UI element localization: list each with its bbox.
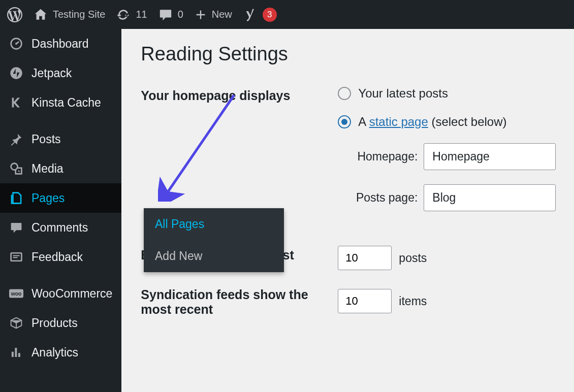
postspage-select-label: Posts page:	[349, 191, 418, 205]
site-name-link[interactable]: Testing Site	[34, 8, 105, 22]
wp-logo[interactable]	[7, 7, 22, 22]
svg-point-1	[15, 43, 17, 45]
radio-latest-posts[interactable]	[338, 87, 351, 100]
new-label: New	[212, 9, 232, 20]
svg-point-2	[10, 67, 22, 79]
sidebar-item-media[interactable]: Media	[0, 154, 121, 183]
analytics-icon	[9, 345, 23, 360]
comment-icon	[158, 8, 173, 22]
comments-link[interactable]: 0	[158, 8, 183, 22]
page-title: Reading Settings	[141, 43, 556, 65]
radio-static-page[interactable]	[338, 115, 351, 128]
sidebar-item-woocommerce[interactable]: woo WooCommerce	[0, 279, 121, 308]
postspage-select[interactable]: Blog	[424, 184, 556, 211]
updates-count: 11	[136, 9, 147, 20]
homepage-select[interactable]: Homepage	[424, 143, 556, 170]
woo-icon: woo	[9, 286, 23, 301]
svg-point-3	[11, 164, 18, 170]
sidebar-item-posts[interactable]: Posts	[0, 124, 121, 154]
blog-pages-unit: posts	[399, 251, 427, 265]
pin-icon	[9, 132, 23, 146]
syndication-label: Syndication feeds show the most recent	[141, 285, 338, 317]
sidebar-item-jetpack[interactable]: Jetpack	[0, 58, 121, 88]
blog-pages-input[interactable]	[338, 246, 392, 270]
radio-latest-label: Your latest posts	[358, 86, 448, 101]
syndication-input[interactable]	[338, 289, 392, 313]
feedback-icon	[9, 250, 23, 264]
sidebar-item-pages[interactable]: Pages	[0, 183, 121, 213]
menu-label: Pages	[31, 191, 65, 205]
homepage-select-label: Homepage:	[349, 150, 418, 164]
menu-label: Jetpack	[31, 67, 72, 80]
pages-icon	[9, 191, 23, 205]
menu-label: Posts	[31, 133, 61, 146]
sidebar-item-dashboard[interactable]: Dashboard	[0, 29, 121, 58]
new-content-link[interactable]: New	[195, 9, 232, 21]
wordpress-icon	[7, 7, 22, 22]
svg-rect-4	[11, 253, 22, 261]
menu-label: Media	[31, 162, 63, 176]
comments-icon	[9, 220, 23, 235]
yoast-link[interactable]: 3	[243, 8, 277, 22]
yoast-icon	[243, 8, 258, 22]
comments-count: 0	[178, 9, 183, 20]
admin-topbar: Testing Site 11 0 New 3	[0, 0, 574, 29]
products-icon	[9, 316, 23, 330]
updates-link[interactable]: 11	[116, 8, 147, 22]
static-page-link[interactable]: static page	[369, 115, 428, 128]
admin-sidebar: Dashboard Jetpack Kinsta Cache Posts Med…	[0, 29, 121, 392]
yoast-badge: 3	[263, 8, 277, 22]
jetpack-icon	[9, 66, 23, 80]
sidebar-item-kinsta[interactable]: Kinsta Cache	[0, 88, 121, 117]
update-icon	[116, 8, 131, 22]
menu-label: Kinsta Cache	[31, 96, 101, 110]
site-name: Testing Site	[53, 9, 105, 20]
home-icon	[34, 8, 48, 22]
menu-label: Dashboard	[31, 37, 89, 51]
dashboard-icon	[9, 37, 23, 51]
pages-flyout: All Pages Add New	[144, 208, 284, 272]
media-icon	[9, 161, 23, 176]
syndication-unit: items	[399, 295, 427, 308]
homepage-displays-label: Your homepage displays	[141, 86, 338, 225]
radio-static-label: A static page (select below)	[358, 115, 506, 129]
menu-label: Products	[31, 316, 78, 330]
menu-label: Comments	[31, 221, 88, 235]
menu-label: Feedback	[31, 250, 83, 264]
plus-icon	[195, 9, 207, 21]
menu-label: Analytics	[31, 346, 78, 360]
flyout-add-new[interactable]: Add New	[144, 240, 284, 272]
sidebar-item-analytics[interactable]: Analytics	[0, 338, 121, 367]
svg-text:woo: woo	[11, 291, 21, 297]
kinsta-icon	[9, 95, 23, 110]
sidebar-item-comments[interactable]: Comments	[0, 213, 121, 242]
menu-label: WooCommerce	[31, 287, 112, 301]
sidebar-item-products[interactable]: Products	[0, 308, 121, 338]
flyout-all-pages[interactable]: All Pages	[144, 208, 284, 240]
sidebar-item-feedback[interactable]: Feedback	[0, 242, 121, 272]
